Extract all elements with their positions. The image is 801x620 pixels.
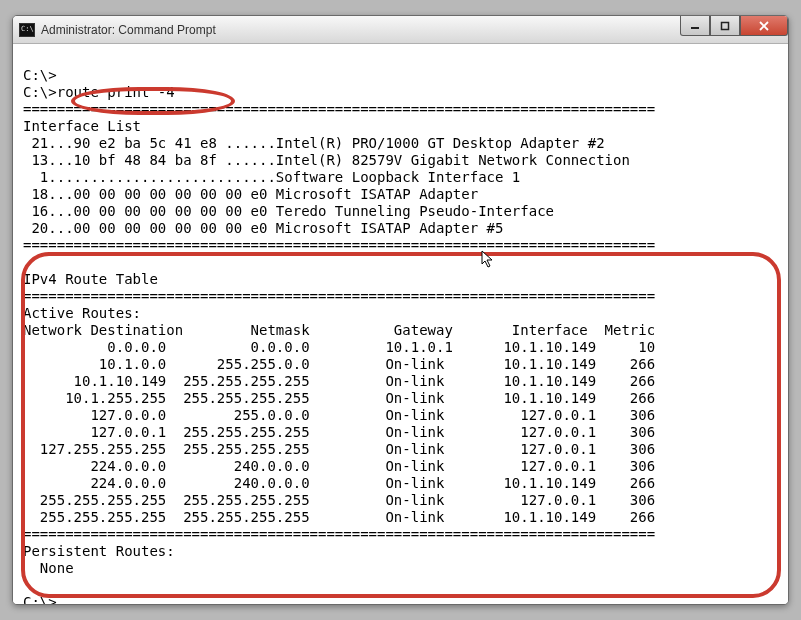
divider: ========================================… [23, 237, 655, 253]
route-row: 224.0.0.0 240.0.0.0 On-link 127.0.0.1 30… [23, 458, 655, 474]
cmd-window: Administrator: Command Prompt C:\> C:\>r… [12, 15, 789, 605]
interface-list-heading: Interface List [23, 118, 141, 134]
maximize-button[interactable] [710, 16, 740, 36]
route-row: 10.1.0.0 255.255.0.0 On-link 10.1.10.149… [23, 356, 655, 372]
route-row: 255.255.255.255 255.255.255.255 On-link … [23, 509, 655, 525]
close-icon [759, 21, 769, 31]
route-table-title: IPv4 Route Table [23, 271, 158, 287]
mouse-cursor-icon [481, 250, 495, 270]
cmd-icon [19, 23, 35, 37]
route-row: 127.0.0.1 255.255.255.255 On-link 127.0.… [23, 424, 655, 440]
route-row: 0.0.0.0 0.0.0.0 10.1.0.1 10.1.10.149 10 [23, 339, 655, 355]
interface-line: 16...00 00 00 00 00 00 00 e0 Teredo Tunn… [23, 203, 554, 219]
route-row: 10.1.10.149 255.255.255.255 On-link 10.1… [23, 373, 655, 389]
interface-line: 20...00 00 00 00 00 00 00 e0 Microsoft I… [23, 220, 503, 236]
minimize-button[interactable] [680, 16, 710, 36]
close-button[interactable] [740, 16, 788, 36]
route-header: Network Destination Netmask Gateway Inte… [23, 322, 655, 338]
route-row: 10.1.255.255 255.255.255.255 On-link 10.… [23, 390, 655, 406]
divider: ========================================… [23, 288, 655, 304]
prompt: C:\> [23, 594, 57, 604]
active-routes-heading: Active Routes: [23, 305, 141, 321]
divider: ========================================… [23, 101, 655, 117]
route-row: 127.255.255.255 255.255.255.255 On-link … [23, 441, 655, 457]
persistent-routes-value: None [23, 560, 74, 576]
divider: ========================================… [23, 526, 655, 542]
titlebar[interactable]: Administrator: Command Prompt [13, 16, 788, 44]
window-title: Administrator: Command Prompt [41, 23, 216, 37]
terminal-output[interactable]: C:\> C:\>route print -4 ================… [13, 44, 788, 604]
interface-line: 13...10 bf 48 84 ba 8f ......Intel(R) 82… [23, 152, 630, 168]
svg-rect-1 [722, 22, 729, 29]
route-row: 255.255.255.255 255.255.255.255 On-link … [23, 492, 655, 508]
prompt: C:\> [23, 84, 57, 100]
route-row: 127.0.0.0 255.0.0.0 On-link 127.0.0.1 30… [23, 407, 655, 423]
typed-command: route print -4 [57, 84, 175, 100]
interface-line: 1...........................Software Loo… [23, 169, 520, 185]
prompt: C:\> [23, 67, 57, 83]
interface-line: 18...00 00 00 00 00 00 00 e0 Microsoft I… [23, 186, 478, 202]
minimize-icon [690, 21, 700, 31]
route-row: 224.0.0.0 240.0.0.0 On-link 10.1.10.149 … [23, 475, 655, 491]
interface-line: 21...90 e2 ba 5c 41 e8 ......Intel(R) PR… [23, 135, 605, 151]
persistent-routes-heading: Persistent Routes: [23, 543, 175, 559]
maximize-icon [720, 21, 730, 31]
window-controls [680, 16, 788, 36]
